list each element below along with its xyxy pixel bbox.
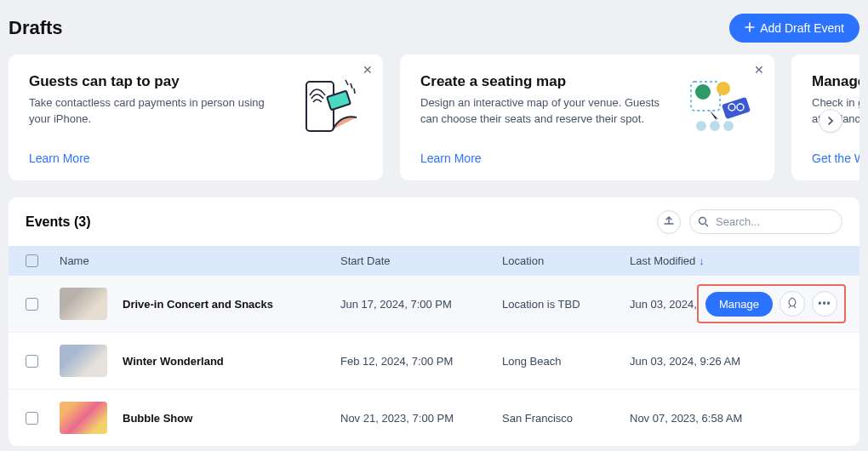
event-location: Location is TBD (502, 298, 630, 311)
svg-point-4 (717, 82, 730, 95)
add-button-label: Add Draft Event (760, 21, 844, 35)
learn-more-link[interactable]: Learn More (29, 151, 363, 165)
upload-button[interactable] (657, 210, 681, 234)
event-modified: Jun 03, 2024, 9:26 AM (630, 355, 842, 368)
learn-more-link[interactable]: Learn More (420, 151, 754, 165)
promo-card-seating-map: ✕ Create a seating map Design an interac… (400, 54, 774, 180)
cards-next-button[interactable] (819, 109, 842, 133)
close-icon[interactable]: ✕ (754, 63, 764, 77)
event-location: San Francisco (502, 412, 630, 425)
event-start: Jun 17, 2024, 7:00 PM (340, 298, 502, 311)
chevron-right-icon (826, 113, 835, 128)
promo-cards-row: ✕ Guests can tap to pay Take contactless… (9, 54, 859, 180)
event-name: Drive-in Concert and Snacks (123, 298, 273, 311)
event-thumbnail (60, 402, 107, 434)
promo-card-tap-to-pay: ✕ Guests can tap to pay Take contactless… (9, 54, 383, 180)
svg-point-3 (695, 84, 711, 100)
search-input[interactable] (689, 209, 842, 234)
get-the-app-link[interactable]: Get the W (812, 151, 859, 165)
svg-point-11 (700, 218, 706, 225)
svg-point-7 (723, 121, 734, 131)
select-all-checkbox[interactable] (26, 254, 38, 267)
event-name: Winter Wonderland (123, 355, 224, 368)
event-name: Bubble Show (123, 412, 192, 425)
svg-point-6 (710, 121, 720, 131)
more-actions-button[interactable]: ••• (812, 291, 837, 317)
col-location-header[interactable]: Location (502, 254, 630, 267)
manage-button[interactable]: Manage (705, 292, 773, 317)
page-title: Drafts (9, 17, 63, 39)
event-thumbnail (60, 288, 107, 320)
svg-rect-8 (722, 97, 751, 119)
table-row[interactable]: Winter Wonderland Feb 12, 2024, 7:00 PM … (9, 333, 859, 390)
card-title: Create a seating map (420, 73, 671, 90)
event-start: Nov 21, 2023, 7:00 PM (340, 412, 502, 425)
card-title: Guests can tap to pay (29, 73, 279, 90)
events-panel: Events (3) Name Start Date Location Last… (9, 197, 859, 446)
event-location: Long Beach (502, 355, 630, 368)
row-hover-actions: Manage ••• (697, 284, 846, 323)
seating-map-icon (686, 73, 754, 141)
add-draft-event-button[interactable]: Add Draft Event (729, 14, 859, 43)
col-name-header[interactable]: Name (60, 254, 340, 267)
publish-button[interactable] (779, 291, 805, 317)
card-desc: Take contactless card payments in person… (29, 95, 279, 128)
phone-tap-pay-icon (294, 73, 363, 141)
upload-icon (663, 214, 675, 230)
card-desc: Design an interactive map of your venue.… (420, 95, 671, 128)
col-modified-header[interactable]: Last Modified↓ (630, 254, 842, 267)
close-icon[interactable]: ✕ (363, 63, 373, 77)
col-start-header[interactable]: Start Date (340, 254, 502, 267)
svg-point-5 (696, 121, 706, 131)
table-row[interactable]: Bubble Show Nov 21, 2023, 7:00 PM San Fr… (9, 390, 859, 446)
dots-icon: ••• (818, 298, 831, 310)
search-icon (698, 215, 709, 231)
event-start: Feb 12, 2024, 7:00 PM (340, 355, 502, 368)
row-checkbox[interactable] (26, 412, 38, 425)
events-heading: Events (3) (26, 214, 90, 230)
rocket-icon (786, 297, 798, 311)
row-checkbox[interactable] (26, 355, 38, 368)
row-checkbox[interactable] (26, 298, 38, 311)
event-thumbnail (60, 345, 107, 377)
card-title: Manage (812, 73, 859, 90)
plus-icon (745, 21, 755, 35)
table-header: Name Start Date Location Last Modified↓ (9, 246, 859, 276)
table-row[interactable]: Drive-in Concert and Snacks Jun 17, 2024… (9, 276, 859, 333)
event-modified: Nov 07, 2023, 6:58 AM (630, 412, 842, 425)
sort-desc-icon: ↓ (699, 254, 705, 267)
